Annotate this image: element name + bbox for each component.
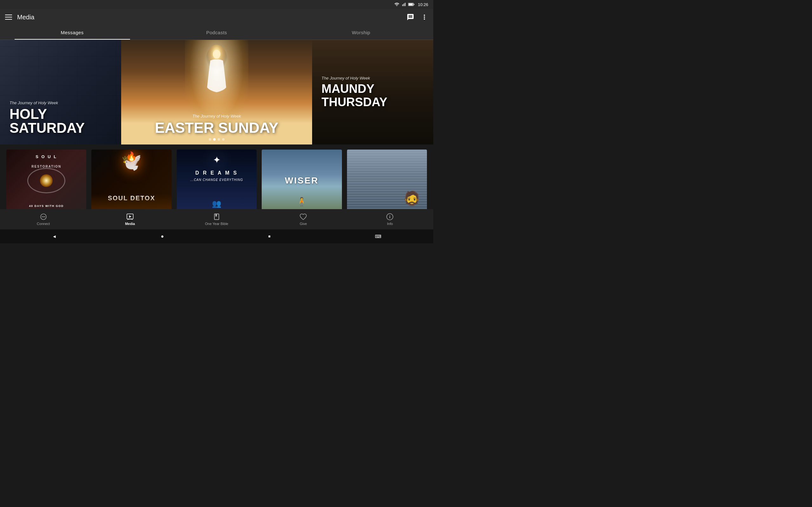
- app-bar-left: Media: [5, 14, 34, 21]
- keyboard-button[interactable]: ⌨: [375, 234, 381, 239]
- battery-icon: [408, 2, 415, 7]
- media-grid: S O U L RESTORATION 40 DAYS WITH GOD 🕊️ …: [6, 150, 427, 211]
- star-icon: ✦: [213, 154, 221, 165]
- hero-slide-center[interactable]: The Journey of Holy Week EASTER SUNDAY: [121, 40, 312, 145]
- hero-dot-1[interactable]: [209, 138, 211, 141]
- app-bar: Media: [0, 9, 433, 25]
- nav-bible-label: One Year Bible: [205, 222, 228, 226]
- nav-info-label: Info: [387, 222, 393, 226]
- hero-center-title: EASTER SUNDAY: [155, 120, 278, 135]
- card-soul-restoration[interactable]: S O U L RESTORATION 40 DAYS WITH GOD: [6, 150, 86, 211]
- card-soul-restoration-subtitle: RESTORATION: [6, 165, 86, 168]
- flame-icon: 🔥: [126, 151, 137, 162]
- tab-podcasts[interactable]: Podcasts: [144, 25, 289, 40]
- hero-slide-left[interactable]: The Journey of Holy Week HOLYSATURDAY: [0, 40, 121, 145]
- card-dreams-subtitle: ...can change everything: [177, 178, 257, 181]
- card-soul-restoration-bottom: 40 DAYS WITH GOD: [6, 205, 86, 208]
- person-silhouette: [204, 43, 229, 113]
- book-icon: [213, 213, 220, 221]
- svg-rect-1: [409, 3, 413, 5]
- card-dreams-title: D R E A M S: [177, 170, 257, 176]
- nav-connect-label: Connect: [37, 222, 50, 226]
- hero-right-subtitle: The Journey of Holy Week: [322, 76, 424, 80]
- more-vert-icon[interactable]: [420, 13, 428, 21]
- hero-dot-4[interactable]: [222, 138, 224, 141]
- svg-rect-2: [414, 4, 415, 5]
- nav-connect[interactable]: Connect: [0, 210, 87, 228]
- hero-dots: [209, 138, 224, 141]
- chat-icon[interactable]: [407, 13, 414, 21]
- svg-point-7: [43, 216, 44, 217]
- nav-media-label: Media: [125, 222, 135, 226]
- back-button[interactable]: ◄: [52, 234, 56, 239]
- system-bar: ◄ ● ■ ⌨: [0, 229, 433, 243]
- card-wiser[interactable]: WISER 🧍: [262, 150, 342, 211]
- status-icons: 10:26: [394, 2, 428, 7]
- tabs-bar: Messages Podcasts Worship: [0, 25, 433, 40]
- chat-bubble-icon: [40, 213, 47, 221]
- card-rain[interactable]: 🧔: [347, 150, 427, 211]
- hero-right-title: MAUNDYTHURSDAY: [322, 82, 424, 109]
- hero-banner[interactable]: The Journey of Holy Week HOLYSATURDAY: [0, 40, 433, 145]
- home-button[interactable]: ●: [161, 233, 164, 239]
- nav-bible[interactable]: One Year Bible: [173, 210, 260, 228]
- svg-point-4: [213, 50, 220, 59]
- hamburger-menu-button[interactable]: [5, 14, 12, 20]
- rain-person-icon: 🧔: [403, 190, 420, 207]
- card-dreams[interactable]: ✦ D R E A M S ...can change everything 👥: [177, 150, 257, 211]
- hero-dot-2[interactable]: [213, 138, 216, 141]
- wifi-icon: [394, 2, 399, 7]
- hero-left-subtitle: The Journey of Holy Week: [9, 101, 112, 105]
- info-icon: [386, 213, 394, 221]
- heart-icon: [299, 213, 307, 221]
- media-grid-section: S O U L RESTORATION 40 DAYS WITH GOD 🕊️ …: [0, 145, 433, 216]
- hero-center-subtitle: The Journey of Holy Week: [155, 114, 278, 118]
- play-box-icon: [126, 213, 134, 221]
- tab-worship[interactable]: Worship: [289, 25, 433, 40]
- time-display: 10:26: [418, 2, 428, 7]
- hero-dot-3[interactable]: [217, 138, 220, 141]
- card-soul-detox[interactable]: 🕊️ 🔥 SOUL DETOX: [91, 150, 171, 211]
- dreams-figures: 👥: [212, 199, 221, 208]
- signal-icon: [401, 2, 406, 7]
- nav-info[interactable]: Info: [347, 210, 433, 228]
- status-bar: 10:26: [0, 0, 433, 9]
- bottom-nav: Connect Media One Year Bible Give Info: [0, 209, 433, 229]
- hero-slide-right[interactable]: The Journey of Holy Week MAUNDYTHURSDAY: [312, 40, 433, 145]
- nav-give[interactable]: Give: [260, 210, 347, 228]
- nav-give-label: Give: [300, 222, 307, 226]
- app-bar-right: [407, 13, 428, 21]
- nav-media[interactable]: Media: [87, 210, 173, 228]
- svg-point-8: [44, 216, 45, 217]
- card-wiser-title: WISER: [262, 176, 342, 186]
- hero-left-title: HOLYSATURDAY: [9, 107, 112, 135]
- tab-messages[interactable]: Messages: [0, 25, 144, 40]
- svg-point-6: [42, 216, 43, 217]
- recent-button[interactable]: ■: [268, 234, 270, 239]
- svg-marker-10: [129, 216, 131, 218]
- card-soul-restoration-title: S O U L: [6, 154, 86, 159]
- wiser-person-icon: 🧍: [297, 197, 307, 207]
- app-title: Media: [17, 14, 34, 21]
